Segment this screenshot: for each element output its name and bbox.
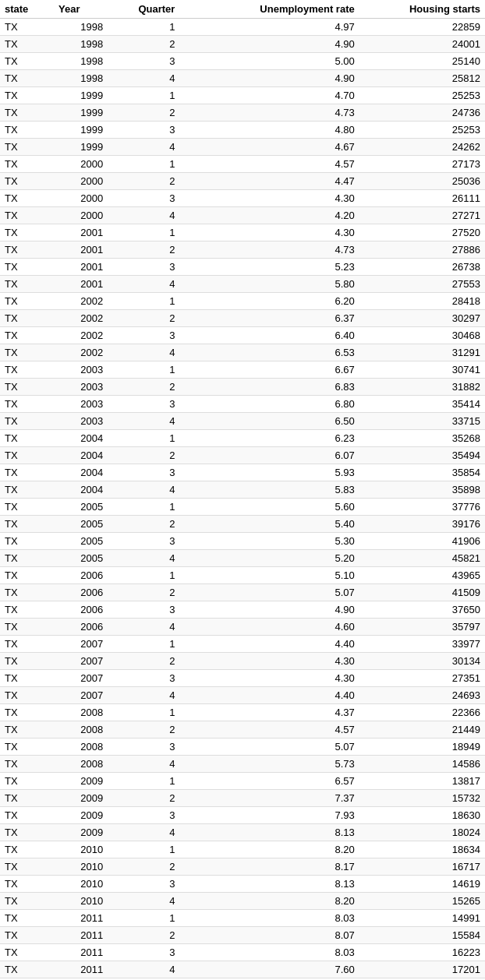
table-row: TX200135.2326738 (0, 259, 485, 276)
table-row: TX200634.9037650 (0, 601, 485, 619)
table-row: TX200744.4024693 (0, 687, 485, 704)
table-row: TX200545.2045821 (0, 550, 485, 567)
table-cell: 2007 (54, 687, 108, 704)
table-cell: 6.67 (179, 361, 359, 379)
table-cell: 5.07 (179, 739, 359, 756)
table-cell: TX (0, 156, 54, 173)
table-cell: 8.13 (179, 876, 359, 893)
table-cell: 2001 (54, 259, 108, 276)
table-cell: 4 (108, 413, 179, 430)
table-cell: 2008 (54, 756, 108, 773)
table-cell: 1999 (54, 122, 108, 139)
table-cell: 24693 (359, 687, 485, 704)
table-cell: 1 (108, 224, 179, 241)
table-cell: TX (0, 721, 54, 739)
table-cell: 41906 (359, 533, 485, 550)
table-row: TX199835.0025140 (0, 53, 485, 70)
table-cell: 1999 (54, 104, 108, 122)
table-cell: 2000 (54, 207, 108, 224)
table-row: TX200416.2335268 (0, 430, 485, 447)
table-cell: 5.20 (179, 550, 359, 567)
header-row: state Year Quarter Unemployment rate Hou… (0, 0, 485, 19)
table-cell: TX (0, 241, 54, 259)
table-cell: 5.10 (179, 567, 359, 584)
table-row: TX200246.5331291 (0, 344, 485, 361)
table-cell: 28418 (359, 293, 485, 310)
table-cell: 39176 (359, 516, 485, 533)
table-row: TX200326.8331882 (0, 379, 485, 396)
table-cell: 2005 (54, 550, 108, 567)
table-cell: 2004 (54, 464, 108, 481)
table-cell: 6.50 (179, 413, 359, 430)
table-cell: 35898 (359, 481, 485, 499)
table-cell: 2009 (54, 773, 108, 790)
table-cell: 3 (108, 396, 179, 413)
table-cell: 2007 (54, 653, 108, 670)
table-cell: 2 (108, 790, 179, 807)
table-cell: 2006 (54, 601, 108, 619)
table-cell: TX (0, 310, 54, 327)
table-cell: 2008 (54, 721, 108, 739)
table-cell: 2004 (54, 447, 108, 464)
table-cell: 2000 (54, 156, 108, 173)
table-cell: 2000 (54, 173, 108, 190)
table-cell: 30468 (359, 327, 485, 344)
table-row: TX200916.5713817 (0, 773, 485, 790)
table-row: TX200034.3026111 (0, 190, 485, 207)
table-cell: 1998 (54, 70, 108, 87)
table-cell: 16717 (359, 858, 485, 876)
table-cell: 26111 (359, 190, 485, 207)
table-cell: 2002 (54, 344, 108, 361)
table-cell: TX (0, 773, 54, 790)
table-cell: 5.07 (179, 584, 359, 601)
table-cell: 1 (108, 19, 179, 36)
table-cell: 6.40 (179, 327, 359, 344)
table-cell: 2002 (54, 327, 108, 344)
table-cell: 15265 (359, 893, 485, 910)
table-cell: TX (0, 824, 54, 841)
table-cell: 4 (108, 619, 179, 636)
table-cell: TX (0, 841, 54, 858)
table-row: TX199934.8025253 (0, 122, 485, 139)
table-cell: 2010 (54, 858, 108, 876)
table-cell: 6.23 (179, 430, 359, 447)
table-cell: 24262 (359, 139, 485, 156)
table-cell: TX (0, 910, 54, 927)
table-row: TX200124.7327886 (0, 241, 485, 259)
table-cell: 8.17 (179, 858, 359, 876)
table-row: TX199814.9722859 (0, 19, 485, 36)
table-cell: 6.07 (179, 447, 359, 464)
table-row: TX200615.1043965 (0, 567, 485, 584)
table-cell: 2003 (54, 396, 108, 413)
table-cell: 30741 (359, 361, 485, 379)
table-cell: 2003 (54, 361, 108, 379)
table-cell: 1 (108, 430, 179, 447)
table-cell: TX (0, 259, 54, 276)
data-table: state Year Quarter Unemployment rate Hou… (0, 0, 485, 978)
table-cell: 5.30 (179, 533, 359, 550)
table-row: TX200145.8027553 (0, 276, 485, 293)
table-cell: 18634 (359, 841, 485, 858)
table-cell: 31291 (359, 344, 485, 361)
table-cell: 2003 (54, 379, 108, 396)
table-cell: 4.80 (179, 122, 359, 139)
table-cell: 4.57 (179, 721, 359, 739)
table-cell: 27520 (359, 224, 485, 241)
table-cell: 4.90 (179, 36, 359, 53)
table-cell: 2011 (54, 910, 108, 927)
table-cell: 27173 (359, 156, 485, 173)
table-cell: 2 (108, 584, 179, 601)
table-cell: TX (0, 739, 54, 756)
table-cell: 1999 (54, 87, 108, 104)
table-cell: 2007 (54, 670, 108, 687)
table-cell: TX (0, 876, 54, 893)
table-cell: 2010 (54, 893, 108, 910)
table-cell: TX (0, 344, 54, 361)
table-cell: TX (0, 670, 54, 687)
table-row: TX200835.0718949 (0, 739, 485, 756)
table-cell: 8.07 (179, 927, 359, 944)
table-cell: 2 (108, 927, 179, 944)
table-cell: TX (0, 413, 54, 430)
table-cell: 2005 (54, 516, 108, 533)
table-cell: 18630 (359, 807, 485, 824)
